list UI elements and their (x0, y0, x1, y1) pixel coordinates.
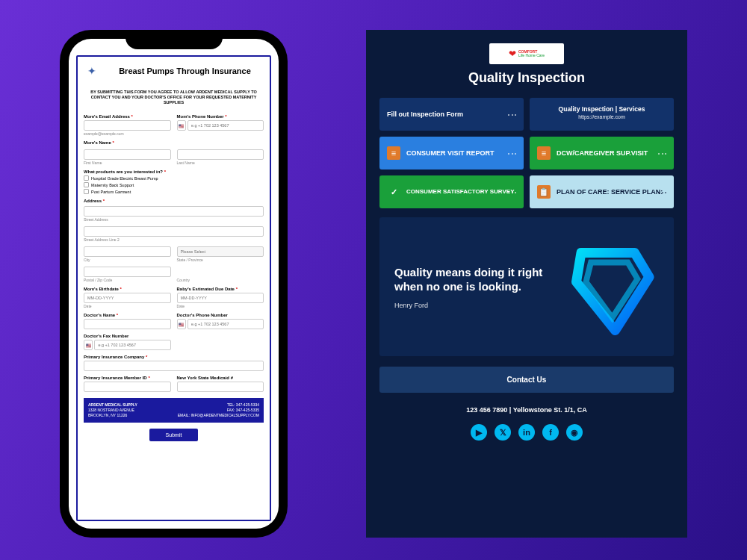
checkbox-garment[interactable] (84, 189, 89, 194)
brand-logo: ❤ COMFORT Life Home Care (489, 43, 564, 64)
contact-button[interactable]: Contact Us (379, 367, 674, 393)
geometric-graphic (562, 238, 659, 335)
email-input[interactable] (84, 120, 171, 131)
street-help: Street Address (84, 217, 264, 222)
doctor-fax-label: Doctor's Fax Number (84, 334, 171, 338)
tile-label-1: DCW/CAREGIVER SUP.VISIT (557, 149, 648, 158)
primary-member-label: Primary Insurance Member ID * (84, 376, 171, 380)
social-row: ▶ 𝕏 in f ◉ (379, 424, 674, 441)
quote-author: Henry Ford (394, 302, 550, 309)
doctor-name-input[interactable] (84, 319, 171, 329)
doctor-phone-label: Doctor's Phone Number (177, 313, 264, 317)
checkbox-pump[interactable] (84, 175, 89, 181)
linkedin-icon[interactable]: in (518, 424, 535, 441)
tile-dcw[interactable]: ≡ DCW/CAREGIVER SUP.VISIT ⋮ (530, 137, 674, 169)
products-label: What products are you interested in? * (84, 169, 264, 174)
birthdate-input[interactable] (84, 293, 171, 303)
services-title: Quality Inspection | Services (559, 105, 645, 113)
twitter-icon[interactable]: 𝕏 (495, 424, 511, 441)
facebook-icon[interactable]: f (542, 424, 559, 441)
form-footer: ARDENT MEDICAL SUPPLY 1328 NOSTRAND AVEN… (84, 398, 264, 423)
cb-label-2: Post Partum Garment (91, 190, 131, 194)
city-input[interactable] (84, 246, 171, 257)
fill-form-card[interactable]: Fill out Inspection Form ⋮ (379, 98, 524, 131)
phone-screen: ✦ Breast Pumps Through Insurance BY SUBM… (69, 39, 279, 529)
services-card[interactable]: Quality Inspection | Services https://ex… (530, 98, 674, 131)
primary-member-input[interactable] (84, 382, 171, 392)
last-name-input[interactable] (177, 149, 264, 160)
zip-help: Postal / Zip Code (84, 278, 171, 282)
due-help: Date (177, 304, 264, 308)
quality-panel: ❤ COMFORT Life Home Care Quality Inspect… (366, 30, 687, 538)
country-help: Country (177, 278, 264, 282)
duedate-label: Baby's Estimated Due Date * (177, 287, 264, 291)
first-help: First Name (84, 161, 171, 165)
flag-icon[interactable]: 🇺🇸 (84, 340, 93, 350)
street2-input[interactable] (84, 226, 264, 237)
medicaid-input[interactable] (177, 382, 264, 392)
footer-addr2: BROOKLYN, NY 11226 (88, 413, 137, 418)
dots-icon[interactable]: ⋮ (507, 111, 518, 119)
contact-info: 123 456 7890 | Yellowstone St. 1/1, CA (379, 406, 674, 414)
last-help: Last Name (177, 161, 264, 165)
phone-input[interactable] (187, 120, 264, 131)
services-url: https://example.com (578, 114, 625, 119)
phone-label: Mom's Phone Number * (177, 114, 264, 119)
form-title: Breast Pumps Through Insurance (106, 66, 264, 75)
fill-form-label: Fill out Inspection Form (387, 111, 463, 119)
dots-icon[interactable]: ⋮ (507, 188, 518, 196)
state-help: State / Province (177, 258, 264, 262)
birth-help: Date (84, 304, 171, 308)
brand-sub: Life Home Care (518, 54, 545, 58)
checkbox-back[interactable] (84, 182, 89, 187)
doc-icon: ≡ (387, 146, 400, 160)
zip-input[interactable] (84, 267, 171, 277)
form-container: ✦ Breast Pumps Through Insurance BY SUBM… (76, 55, 271, 521)
street2-help: Street Address Line 2 (84, 237, 264, 242)
cb-label-0: Hospital Grade Electric Breast Pump (91, 176, 158, 181)
street-input[interactable] (84, 206, 264, 217)
footer-addr1: 1328 NOSTRAND AVENUE (88, 408, 137, 413)
doc-icon: ≡ (537, 146, 551, 160)
dots-icon[interactable]: ⋮ (657, 149, 668, 158)
medicaid-label: New York State Medicaid # (177, 376, 264, 380)
tile-consumer-visit[interactable]: ≡ CONSUMER VISIT REPORT ⋮ (379, 137, 524, 169)
primary-ins-label: Primary Insurance Company * (84, 355, 264, 359)
tile-label-3: PLAN OF CARE: SERVICE PLAN: (557, 188, 663, 196)
doctor-fax-input[interactable] (94, 340, 170, 350)
submit-button[interactable]: Submit (149, 429, 199, 441)
state-select[interactable] (177, 246, 264, 257)
clipboard-icon: 📋 (537, 185, 551, 199)
heart-icon: ❤ (509, 49, 516, 59)
consent-text: BY SUBMITTING THIS FORM YOU AGREE TO ALL… (84, 85, 264, 110)
duedate-input[interactable] (177, 293, 264, 303)
first-name-input[interactable] (84, 149, 171, 160)
tile-survey[interactable]: ✓ CONSUMER SATISFACTORY SURVEY ⋮ (379, 175, 524, 208)
doctor-phone-input[interactable] (187, 319, 264, 329)
email-label: Mom's Email Address * (84, 114, 171, 119)
panel-title: Quality Inspection (379, 70, 674, 86)
city-help: City (84, 258, 171, 262)
youtube-icon[interactable]: ▶ (471, 424, 487, 441)
dots-icon[interactable]: ⋮ (507, 149, 518, 158)
form-header: ✦ Breast Pumps Through Insurance (84, 63, 264, 79)
tile-label-2: CONSUMER SATISFACTORY SURVEY (406, 188, 514, 196)
tile-label-0: CONSUMER VISIT REPORT (406, 149, 495, 158)
dots-icon[interactable]: ⋮ (657, 188, 668, 196)
quote-text: Quality means doing it right when no one… (394, 265, 550, 294)
doctor-name-label: Doctor's Name * (84, 313, 171, 317)
flag-icon[interactable]: 🇺🇸 (177, 120, 186, 131)
footer-email: EMAIL: INFO@ARDENTMEDICALSUPPLY.COM (178, 413, 259, 418)
primary-ins-input[interactable] (84, 361, 264, 371)
check-icon: ✓ (387, 185, 400, 199)
tile-plan[interactable]: 📋 PLAN OF CARE: SERVICE PLAN: ⋮ (530, 175, 674, 208)
logo: ✦ (84, 63, 100, 79)
footer-fax: FAX: 347-425-5335 (178, 408, 259, 413)
footer-tel: TEL: 347-425-5334 (178, 402, 259, 408)
birthdate-label: Mom's Birthdate * (84, 287, 171, 291)
name-label: Mom's Name * (84, 140, 264, 145)
address-label: Address * (84, 199, 264, 203)
cb-label-1: Maternity Back Support (91, 183, 134, 187)
instagram-icon[interactable]: ◉ (566, 424, 583, 441)
flag-icon[interactable]: 🇺🇸 (177, 319, 186, 329)
